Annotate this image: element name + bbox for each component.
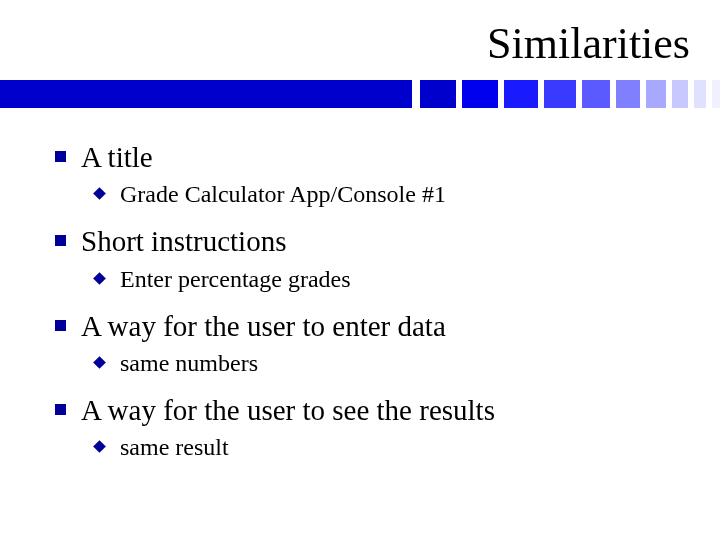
square-bullet-icon xyxy=(55,151,66,162)
square-bullet-icon xyxy=(55,320,66,331)
decor-segment xyxy=(646,80,666,108)
list-item: A title xyxy=(55,139,675,175)
slide-body: A title Grade Calculator App/Console #1 … xyxy=(55,135,675,476)
list-item-label: Enter percentage grades xyxy=(120,264,351,294)
list-item: same numbers xyxy=(93,348,675,378)
list-item: Enter percentage grades xyxy=(93,264,675,294)
diamond-bullet-icon xyxy=(93,187,106,200)
list-item: Grade Calculator App/Console #1 xyxy=(93,179,675,209)
list-item-label: same numbers xyxy=(120,348,258,378)
decor-bar-gap xyxy=(412,80,420,108)
decor-bar-segments xyxy=(420,80,720,108)
decor-bar-main xyxy=(0,80,412,108)
list-item-label: A way for the user to see the results xyxy=(81,392,495,428)
decor-segment xyxy=(694,80,706,108)
decor-segment xyxy=(420,80,456,108)
list-item: same result xyxy=(93,432,675,462)
decor-segment xyxy=(672,80,688,108)
list-item-label: same result xyxy=(120,432,229,462)
slide-title: Similarities xyxy=(487,18,690,69)
list-item-label: Grade Calculator App/Console #1 xyxy=(120,179,446,209)
diamond-bullet-icon xyxy=(93,356,106,369)
decor-segment xyxy=(504,80,538,108)
decor-segment xyxy=(462,80,498,108)
decor-segment xyxy=(616,80,640,108)
square-bullet-icon xyxy=(55,404,66,415)
list-item-label: A title xyxy=(81,139,153,175)
diamond-bullet-icon xyxy=(93,272,106,285)
list-item: A way for the user to see the results xyxy=(55,392,675,428)
decor-segment xyxy=(712,80,720,108)
list-item: A way for the user to enter data xyxy=(55,308,675,344)
diamond-bullet-icon xyxy=(93,440,106,453)
decor-segment xyxy=(544,80,576,108)
list-item-label: A way for the user to enter data xyxy=(81,308,446,344)
list-item-label: Short instructions xyxy=(81,223,286,259)
square-bullet-icon xyxy=(55,235,66,246)
decor-segment xyxy=(582,80,610,108)
list-item: Short instructions xyxy=(55,223,675,259)
decor-bar xyxy=(0,80,720,108)
